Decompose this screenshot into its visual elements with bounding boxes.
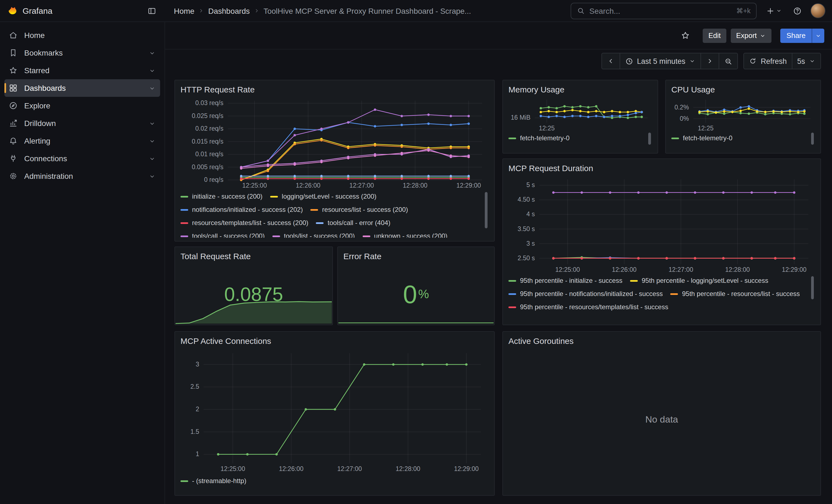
- mcp-request-duration-chart[interactable]: 5 s4.50 s4 s3.50 s3 s2.50 s12:25:0012:26…: [509, 175, 815, 275]
- legend-item[interactable]: 95th percentile - resources/templates/li…: [509, 301, 668, 313]
- total-request-rate-value: 0.0875: [224, 285, 283, 304]
- search-input[interactable]: Search... ⌘+k: [571, 2, 757, 19]
- time-shift-back-button[interactable]: [601, 53, 620, 69]
- sidebar-item-label: Alerting: [24, 136, 50, 145]
- grafana-brand[interactable]: Grafana: [7, 5, 52, 16]
- legend-item[interactable]: tools/call - success (200): [181, 231, 265, 238]
- time-controls: Last 5 minutes Refresh 5s: [601, 53, 821, 69]
- legend-scrollbar[interactable]: [485, 192, 488, 228]
- svg-text:12:26:00: 12:26:00: [296, 182, 320, 189]
- cpu-legend: fetch-telemetry-0: [671, 133, 815, 150]
- legend-scrollbar[interactable]: [811, 133, 814, 145]
- cpu-usage-chart[interactable]: 0%0.2%12:25: [671, 96, 815, 133]
- mcp-active-connections-chart[interactable]: 11.522.5312:25:0012:26:0012:27:0012:28:0…: [181, 348, 489, 475]
- chevron-down-icon[interactable]: [149, 137, 156, 144]
- legend-series-label: 95th percentile - logging/setLevel - suc…: [642, 277, 768, 285]
- legend-item[interactable]: logging/setLevel - success (200): [270, 191, 376, 202]
- sidebar-item-explore[interactable]: Explore: [4, 97, 160, 114]
- svg-text:0.02 req/s: 0.02 req/s: [196, 125, 224, 132]
- help-button[interactable]: [790, 3, 805, 19]
- time-range-picker[interactable]: Last 5 minutes: [619, 53, 701, 69]
- panel-title[interactable]: Error Rate: [343, 251, 489, 262]
- sidebar-item-drilldown[interactable]: Drilldown: [4, 114, 160, 132]
- favorite-star-button[interactable]: [678, 28, 693, 43]
- sidebar-item-home[interactable]: Home: [4, 26, 160, 44]
- chevron-down-icon[interactable]: [149, 67, 156, 74]
- sidebar-item-label: Starred: [24, 66, 50, 75]
- memory-usage-chart[interactable]: 16 MiB12:25: [509, 96, 652, 133]
- legend-item[interactable]: resources/templates/list - success (200): [181, 217, 308, 228]
- svg-text:12:28:00: 12:28:00: [725, 266, 750, 273]
- legend-item[interactable]: resources/list - success (200): [311, 204, 408, 215]
- chevron-down-icon[interactable]: [149, 155, 156, 162]
- svg-text:2: 2: [196, 405, 199, 413]
- chevron-down-icon[interactable]: [149, 84, 156, 91]
- legend-item[interactable]: tools/call - error (404): [316, 217, 390, 228]
- panel-http-request-rate: HTTP Request Rate 0 req/s0.005 req/s0.01…: [175, 80, 495, 242]
- legend-item[interactable]: unknown - success (200): [363, 231, 448, 238]
- panel-title[interactable]: CPU Usage: [671, 84, 815, 95]
- chevron-down-icon[interactable]: [149, 173, 156, 180]
- user-avatar-button[interactable]: [810, 3, 825, 18]
- chevron-down-icon[interactable]: [149, 49, 156, 56]
- legend-series-label: initialize - success (200): [192, 192, 262, 200]
- sidebar-item-connections[interactable]: Connections: [4, 150, 160, 167]
- refresh-interval-picker[interactable]: 5s: [791, 53, 821, 69]
- panel-title[interactable]: MCP Request Duration: [509, 163, 815, 174]
- zoom-out-button[interactable]: [719, 53, 738, 69]
- breadcrumb-item[interactable]: ToolHive MCP Server & Proxy Runner Dashb…: [264, 6, 471, 15]
- panel-mcp-active-connections: MCP Active Connections 11.522.5312:25:00…: [175, 331, 495, 496]
- legend-item[interactable]: initialize - success (200): [181, 191, 262, 202]
- panel-title[interactable]: Active Goroutines: [509, 336, 815, 347]
- chevron-down-icon: [776, 8, 782, 14]
- refresh-button[interactable]: Refresh: [744, 53, 792, 69]
- legend-item[interactable]: tools/list - success (200): [272, 231, 355, 238]
- legend-series-label: 95th percentile - notifications/initiali…: [520, 290, 663, 298]
- http-request-rate-chart[interactable]: 0 req/s0.005 req/s0.01 req/s0.015 req/s0…: [181, 96, 489, 191]
- export-button[interactable]: Export: [730, 28, 772, 43]
- svg-text:0 req/s: 0 req/s: [204, 176, 224, 183]
- http-legend: initialize - success (200)logging/setLev…: [181, 191, 489, 238]
- svg-text:1.5: 1.5: [190, 428, 199, 435]
- legend-item[interactable]: 95th percentile - initialize - success: [509, 275, 622, 286]
- chevron-down-icon[interactable]: [149, 120, 156, 127]
- svg-text:2.50 s: 2.50 s: [518, 255, 535, 262]
- legend-item[interactable]: 95th percentile - resources/list - succe…: [671, 288, 800, 299]
- legend-item[interactable]: 95th percentile - logging/setLevel - suc…: [630, 275, 768, 286]
- sidebar-item-starred[interactable]: Starred: [4, 62, 160, 79]
- panel-title[interactable]: Memory Usage: [509, 84, 652, 95]
- legend-scrollbar[interactable]: [648, 133, 651, 145]
- sidebar-item-dashboards[interactable]: Dashboards: [4, 79, 160, 97]
- panel-title[interactable]: Total Request Rate: [181, 251, 327, 262]
- duration-legend: 95th percentile - initialize - success95…: [509, 275, 815, 321]
- panel-title[interactable]: MCP Active Connections: [181, 336, 489, 347]
- share-menu-caret-button[interactable]: [812, 28, 824, 43]
- edit-button[interactable]: Edit: [703, 28, 726, 43]
- sidebar-toggle-button[interactable]: [144, 3, 160, 19]
- legend-item[interactable]: 95th percentile - notifications/initiali…: [509, 288, 663, 299]
- sidebar-item-administration[interactable]: Administration: [4, 167, 160, 185]
- legend-item[interactable]: - (streamable-http): [181, 475, 246, 486]
- legend-series-marker: [316, 222, 324, 224]
- legend-scrollbar[interactable]: [811, 276, 814, 299]
- compass-icon: [9, 101, 18, 110]
- legend-series-label: 95th percentile - resources/list - succe…: [682, 290, 800, 298]
- legend-item[interactable]: notifications/initialized - success (202…: [181, 204, 303, 215]
- time-shift-forward-button[interactable]: [701, 53, 720, 69]
- share-button[interactable]: Share: [781, 28, 812, 43]
- panel-title[interactable]: HTTP Request Rate: [181, 84, 489, 95]
- chevron-right-icon: [706, 57, 714, 65]
- sidebar-item-bookmarks[interactable]: Bookmarks: [4, 44, 160, 62]
- new-menu-button[interactable]: [763, 3, 784, 19]
- sidebar-item-alerting[interactable]: Alerting: [4, 132, 160, 150]
- sidebar-item-label: Connections: [24, 154, 67, 163]
- svg-text:12:28:00: 12:28:00: [403, 182, 427, 189]
- breadcrumb-item[interactable]: Dashboards: [208, 6, 250, 15]
- breadcrumb-item[interactable]: Home: [174, 6, 194, 15]
- legend-series-marker: [509, 293, 516, 295]
- legend-item[interactable]: fetch-telemetry-0: [671, 133, 732, 143]
- legend-item[interactable]: fetch-telemetry-0: [509, 133, 570, 143]
- legend-series-marker: [509, 280, 516, 282]
- question-circle-icon: [793, 6, 802, 15]
- plus-icon: [766, 6, 775, 15]
